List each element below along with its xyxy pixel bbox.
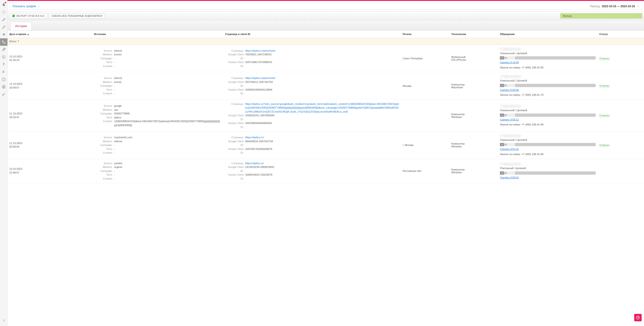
- cell-status: Отвечен: [598, 100, 644, 132]
- audio-player: [500, 84, 596, 87]
- nav-settings-2[interactable]: [0, 53, 8, 61]
- page-link[interactable]: https://alytics.ru/: [245, 136, 264, 140]
- cell-page: Страница:https://alytics.ru/?utm_source=…: [223, 100, 400, 132]
- cell-tech: КомпьютерWindows: [450, 132, 498, 159]
- audio-player: [500, 56, 596, 60]
- nav-rocket-1[interactable]: [0, 16, 8, 23]
- cell-status: Отвечен: [598, 45, 644, 72]
- play-button[interactable]: [500, 143, 504, 146]
- svg-text:₽: ₽: [2, 70, 4, 73]
- filter-dropdown[interactable]: Фильтр:: [560, 13, 642, 18]
- filter-label: Фильтр:: [563, 14, 572, 17]
- audio-progress[interactable]: [504, 143, 596, 146]
- cell-page: Страница:https://alytics.ru/price/new/ G…: [223, 45, 400, 72]
- col-header-status[interactable]: Статус: [598, 30, 644, 38]
- total-row: Итого: 7: [8, 38, 644, 45]
- audio-progress[interactable]: [504, 84, 596, 87]
- cell-date: 11.10.202303:00:04: [8, 132, 92, 159]
- nav-user[interactable]: [0, 83, 8, 90]
- export-xls-button[interactable]: X ЭКСПОРТ ОТЧЕТА В XLS: [9, 13, 47, 19]
- svg-point-7: [2, 94, 4, 95]
- status-badge[interactable]: Отвечен: [600, 114, 610, 117]
- play-button[interactable]: [500, 172, 504, 175]
- page-link[interactable]: https://alytics.ru/: [245, 161, 264, 165]
- cell-date: 12.10.202320:38:57: [8, 72, 92, 100]
- main-content: Показать график Период: 2023-10-10 — 202…: [8, 0, 644, 326]
- period-label: Период:: [590, 5, 600, 8]
- cell-page: Страница:https://alytics.ru/ Google Clie…: [223, 159, 400, 183]
- nav-rocket-2[interactable]: [0, 23, 8, 31]
- col-header-source[interactable]: Источник: [92, 30, 223, 38]
- nav-expand[interactable]: [0, 317, 8, 324]
- chevron-down-icon: [37, 5, 40, 8]
- nav-notifications[interactable]: [0, 1, 8, 8]
- cell-source: Source:f.partnerkin.com Medium:referrer …: [92, 132, 223, 159]
- phone-blurred: +7 (xxx) xxx-xx-xx: [500, 134, 596, 138]
- nav-help[interactable]: ?: [0, 76, 8, 83]
- play-button[interactable]: [500, 114, 504, 117]
- audio-progress[interactable]: [504, 114, 596, 117]
- col-header-page[interactable]: Страница и client ID: [223, 30, 400, 38]
- download-link[interactable]: Скачать 0:00:41: [500, 176, 519, 179]
- cell-source: Source:google Medium:cpc Campaign:203007…: [92, 100, 223, 132]
- cell-page: Страница:https://alytics.ru/price/new/ G…: [223, 72, 400, 100]
- audio-progress[interactable]: [504, 172, 596, 175]
- page-link[interactable]: https://alytics.ru/price/new/: [245, 76, 276, 80]
- nav-key[interactable]: [0, 90, 8, 98]
- cell-date: 10.10.202322:48:57: [8, 159, 92, 183]
- play-button[interactable]: [500, 84, 504, 87]
- cell-region: Санкт-Петербург: [401, 45, 450, 72]
- cell-region: Ростовская обл.: [401, 159, 450, 183]
- col-header-date[interactable]: Дата и время ▲: [8, 30, 92, 38]
- status-badge[interactable]: Отвечен: [600, 84, 610, 87]
- sort-asc-icon: ▲: [27, 33, 29, 36]
- cell-call: +7 (xxx) xxx-xx-xx Уникальный / Целевой …: [498, 100, 597, 132]
- table-row: 10.10.202322:48:57 Source:yandex Medium:…: [8, 159, 644, 183]
- download-link[interactable]: Скачать 0:14:28: [500, 61, 519, 64]
- download-link[interactable]: Скачать 0:01:31: [500, 148, 519, 150]
- nav-dashboard[interactable]: [0, 8, 8, 16]
- play-button[interactable]: [500, 56, 504, 60]
- cell-region: Москва: [401, 72, 450, 100]
- cell-tech: МобильныйiOS (iPhone): [450, 45, 498, 72]
- toolbar: X ЭКСПОРТ ОТЧЕТА В XLS СКАЧАТЬ ВСЕ ПОКАЗ…: [8, 12, 644, 20]
- cell-call: +7 (xxx) xxx-xx-xx Уникальный / Целевой …: [498, 132, 597, 159]
- cell-source: Source:(direct) Medium:(none) Campaign:-…: [92, 72, 223, 100]
- nav-calls[interactable]: [0, 38, 8, 46]
- cell-call: +7 (xxx) xxx-xx-xx Уникальный / Целевой …: [498, 72, 597, 100]
- cell-status: Отвечен: [598, 132, 644, 159]
- cell-region: г. Москва: [401, 132, 450, 159]
- table-row: 11.10.202303:00:04 Source:f.partnerkin.c…: [8, 132, 644, 159]
- tab-history[interactable]: История: [10, 22, 32, 30]
- page-link[interactable]: https://alytics.ru/price/new/: [245, 49, 276, 53]
- table-row: 11.10.202320:33:47 Source:google Medium:…: [8, 100, 644, 132]
- download-link[interactable]: Скачать 0:03:56: [500, 88, 519, 91]
- phone-blurred: +7 (xxx) xxx-xx-xx: [500, 104, 596, 108]
- cell-tech: КомпьютерWindows: [450, 159, 498, 183]
- status-badge[interactable]: Отвечен: [600, 57, 610, 60]
- period-value: 2023-10-10 — 2023-10-16: [602, 5, 635, 8]
- download-link[interactable]: Скачать 0:03:12: [500, 118, 519, 121]
- nav-settings-1[interactable]: [0, 31, 8, 38]
- cell-source: Source:(direct) Medium:(none) Campaign:-…: [92, 45, 223, 72]
- cell-tech: КомпьютерMacintosh: [450, 72, 498, 100]
- table-row: 12.10.202320:38:57 Source:(direct) Mediu…: [8, 72, 644, 100]
- download-audio-button[interactable]: СКАЧАТЬ ВСЕ ПОКАЗАННЫЕ АУДИОЗАПИСИ: [49, 14, 105, 18]
- nav-tools[interactable]: [0, 46, 8, 53]
- cell-page: Страница:https://alytics.ru/ Google Clie…: [223, 132, 400, 159]
- cell-tech: КомпьютерWindows: [450, 100, 498, 132]
- audio-progress[interactable]: [504, 56, 596, 60]
- status-badge[interactable]: Отвечен: [600, 144, 610, 147]
- col-header-tech[interactable]: Технологии: [450, 30, 498, 38]
- col-header-region[interactable]: Регион: [401, 30, 450, 38]
- chart-toggle-label: Показать график: [12, 4, 36, 8]
- col-header-call[interactable]: Обращение: [498, 30, 597, 38]
- period-selector[interactable]: Период: 2023-10-10 — 2023-10-16: [590, 5, 639, 8]
- xls-icon: X: [12, 14, 15, 18]
- nav-person[interactable]: [0, 61, 8, 68]
- help-floating-button[interactable]: [634, 314, 642, 321]
- chart-toggle[interactable]: Показать график: [12, 4, 40, 8]
- page-link[interactable]: https://alytics.ru/?utm_source=google&ut…: [245, 102, 399, 114]
- svg-text:X: X: [13, 15, 14, 16]
- nav-ruble[interactable]: ₽: [0, 68, 8, 76]
